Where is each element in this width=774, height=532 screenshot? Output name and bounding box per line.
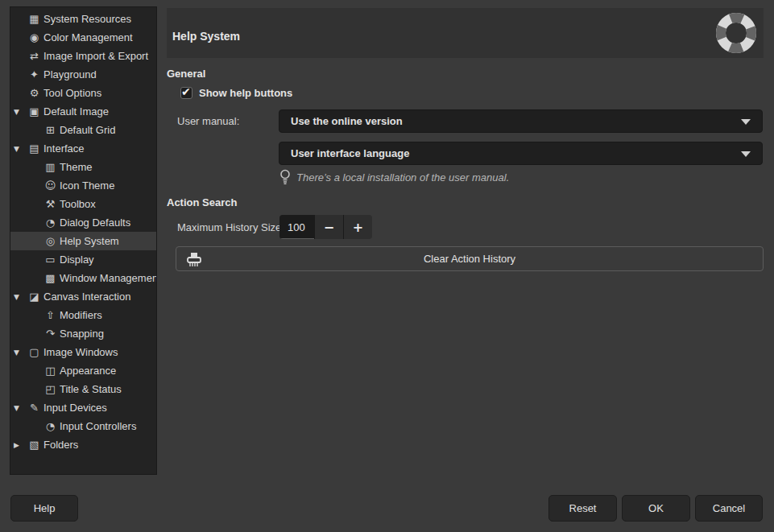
tool-options-icon: ⚙ <box>27 87 42 99</box>
sidebar-item-tool-options[interactable]: ⚙Tool Options <box>10 84 156 102</box>
sidebar-item-label: Canvas Interaction <box>42 291 130 303</box>
sidebar-item-label: Interface <box>42 142 85 155</box>
sidebar-item-default-image[interactable]: ▼▣Default Image <box>10 102 156 121</box>
sidebar-item-input-devices[interactable]: ▼✎Input Devices <box>10 398 156 417</box>
ok-button[interactable]: OK <box>622 495 690 522</box>
sidebar-item-image-import-export[interactable]: ⇄Image Import & Export <box>10 47 156 65</box>
expander-collapsed-icon[interactable]: ▶ <box>14 441 27 449</box>
color-management-icon: ◉ <box>27 31 42 43</box>
expander-expanded-icon[interactable]: ▼ <box>14 348 27 357</box>
sidebar-item-system-resources[interactable]: ▦System Resources <box>10 10 156 28</box>
help-system-icon: ◎ <box>43 235 58 247</box>
sidebar-item-label: Window Management <box>58 272 157 284</box>
sidebar-item-canvas-interaction[interactable]: ▼◪Canvas Interaction <box>10 287 156 306</box>
sidebar-item-label: Title & Status <box>58 383 122 395</box>
sidebar-item-toolbox[interactable]: ⚒Toolbox <box>10 195 156 213</box>
sidebar-item-label: Modifiers <box>58 309 102 321</box>
preferences-sidebar: ▦System Resources◉Color Management⇄Image… <box>10 6 157 475</box>
sidebar-item-label: Theme <box>58 161 92 173</box>
max-history-input[interactable]: 100 <box>279 215 314 239</box>
sidebar-item-label: Help System <box>58 235 119 247</box>
expander-expanded-icon[interactable]: ▼ <box>14 293 27 301</box>
modifiers-icon: ⇧ <box>43 309 58 321</box>
appearance-icon: ◫ <box>43 365 58 377</box>
user-manual-label: User manual: <box>177 115 239 127</box>
expander-expanded-icon[interactable]: ▼ <box>14 145 27 153</box>
dialog-defaults-icon: ◔ <box>43 217 58 229</box>
sidebar-item-label: Display <box>58 254 94 266</box>
sidebar-item-color-management[interactable]: ◉Color Management <box>10 28 156 47</box>
help-button[interactable]: Help <box>10 495 78 522</box>
sidebar-item-dialog-defaults[interactable]: ◔Dialog Defaults <box>10 213 156 232</box>
sidebar-item-help-system[interactable]: ◎Help System <box>10 232 156 250</box>
playground-icon: ✦ <box>27 68 42 80</box>
sidebar-item-theme[interactable]: ▥Theme <box>10 158 156 176</box>
sidebar-item-label: Toolbox <box>58 198 96 210</box>
sidebar-item-label: Image Import & Export <box>42 50 148 62</box>
increase-button[interactable]: + <box>343 215 372 239</box>
sidebar-item-label: Input Devices <box>42 402 107 414</box>
sidebar-item-interface[interactable]: ▼▤Interface <box>10 139 156 158</box>
lifebuoy-icon <box>715 12 757 54</box>
input-devices-icon: ✎ <box>27 402 42 414</box>
sidebar-item-label: Folders <box>42 439 78 451</box>
max-history-spinner: 100 − + <box>279 215 372 239</box>
sidebar-item-playground[interactable]: ✦Playground <box>10 65 156 84</box>
image-import-export-icon: ⇄ <box>27 50 42 62</box>
expander-expanded-icon[interactable]: ▼ <box>14 404 27 412</box>
title-status-icon: ◰ <box>43 383 58 395</box>
general-section-label: General <box>167 68 205 80</box>
sidebar-item-folders[interactable]: ▶▧Folders <box>10 435 156 454</box>
sidebar-item-display[interactable]: ▭Display <box>10 250 156 269</box>
display-icon: ▭ <box>43 254 58 266</box>
toolbox-icon: ⚒ <box>43 198 58 210</box>
sidebar-item-input-controllers[interactable]: ◔Input Controllers <box>10 417 156 435</box>
manual-language-dropdown-value: User interface language <box>291 147 409 159</box>
sidebar-item-image-windows[interactable]: ▼▢Image Windows <box>10 343 156 361</box>
clear-action-history-label: Clear Action History <box>424 253 515 265</box>
action-search-section-label: Action Search <box>167 196 237 208</box>
sidebar-item-label: Image Windows <box>42 346 118 358</box>
page-title: Help System <box>172 30 240 43</box>
page-header: Help System <box>167 8 764 58</box>
system-resources-icon: ▦ <box>27 13 42 25</box>
snapping-icon: ↷ <box>43 328 58 340</box>
sidebar-item-appearance[interactable]: ◫Appearance <box>10 361 156 380</box>
sidebar-item-label: System Resources <box>42 13 131 25</box>
sidebar-item-label: Tool Options <box>42 87 101 99</box>
canvas-interaction-icon: ◪ <box>27 291 42 303</box>
window-management-icon: ▩ <box>43 272 58 284</box>
sidebar-item-window-management[interactable]: ▩Window Management <box>10 269 156 287</box>
sidebar-item-modifiers[interactable]: ⇧Modifiers <box>10 306 156 324</box>
manual-language-dropdown[interactable]: User interface language <box>279 142 763 165</box>
manual-tip-row: There’s a local installation of the user… <box>279 169 509 185</box>
sidebar-item-default-grid[interactable]: ⊞Default Grid <box>10 121 156 139</box>
sidebar-item-icon-theme[interactable]: ☺Icon Theme <box>10 176 156 195</box>
reset-button[interactable]: Reset <box>548 495 617 522</box>
show-help-buttons-row[interactable]: ✔ Show help buttons <box>180 87 292 99</box>
icon-theme-icon: ☺ <box>43 179 58 192</box>
sidebar-item-label: Snapping <box>58 328 104 340</box>
decrease-button[interactable]: − <box>314 215 342 239</box>
default-grid-icon: ⊞ <box>43 124 58 136</box>
sidebar-list: ▦System Resources◉Color Management⇄Image… <box>10 10 156 454</box>
sidebar-item-label: Default Image <box>42 105 109 118</box>
show-help-buttons-checkbox[interactable]: ✔ <box>180 87 192 99</box>
manual-tip-text: There’s a local installation of the user… <box>296 171 509 184</box>
image-windows-icon: ▢ <box>27 346 42 358</box>
show-help-buttons-label[interactable]: Show help buttons <box>199 87 292 99</box>
user-manual-dropdown-value: Use the online version <box>291 115 403 127</box>
sidebar-item-title-status[interactable]: ◰Title & Status <box>10 380 156 398</box>
sidebar-item-label: Color Management <box>42 31 133 43</box>
preferences-dialog: ▦System Resources◉Color Management⇄Image… <box>0 0 774 532</box>
sidebar-item-label: Default Grid <box>58 124 115 136</box>
input-controllers-icon: ◔ <box>43 420 58 432</box>
checkmark-icon: ✔ <box>181 85 191 98</box>
clear-action-history-button[interactable]: Clear Action History <box>176 246 764 271</box>
user-manual-dropdown[interactable]: Use the online version <box>279 109 763 133</box>
expander-expanded-icon[interactable]: ▼ <box>14 108 27 116</box>
chevron-down-icon <box>741 151 751 157</box>
cancel-button[interactable]: Cancel <box>695 495 763 522</box>
sidebar-item-snapping[interactable]: ↷Snapping <box>10 324 156 343</box>
chevron-down-icon <box>741 119 751 125</box>
